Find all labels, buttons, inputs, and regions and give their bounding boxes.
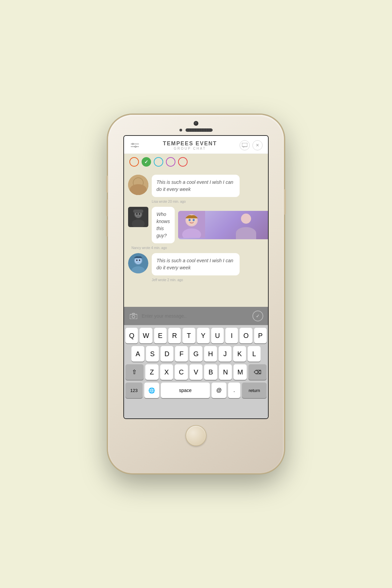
- svg-point-30: [136, 260, 138, 261]
- svg-point-3: [135, 146, 136, 147]
- key-z[interactable]: Z: [145, 364, 158, 380]
- participant-dot-1[interactable]: [129, 157, 139, 167]
- message-text-1: This is such a cool event I wish I can d…: [156, 179, 233, 192]
- message-meta-1: Lisa wrote 20 min. ago: [128, 200, 264, 203]
- message-row-2: Who knows this guy?: [128, 207, 264, 243]
- key-i[interactable]: I: [225, 328, 238, 343]
- key-n[interactable]: N: [219, 364, 232, 380]
- key-r[interactable]: R: [168, 328, 181, 343]
- key-s[interactable]: S: [146, 346, 159, 362]
- key-w[interactable]: W: [140, 328, 152, 343]
- key-a[interactable]: A: [131, 346, 144, 362]
- send-button[interactable]: ✓: [252, 311, 263, 321]
- avatar-right: [178, 211, 268, 239]
- speaker-grille: [186, 128, 213, 132]
- key-t[interactable]: T: [182, 328, 195, 343]
- key-k[interactable]: K: [233, 346, 246, 362]
- participant-dot-5[interactable]: [178, 157, 188, 167]
- participant-dot-2[interactable]: ✓: [142, 157, 151, 167]
- key-q[interactable]: Q: [125, 328, 138, 343]
- key-d[interactable]: D: [161, 346, 173, 362]
- svg-point-9: [131, 188, 145, 195]
- space-key[interactable]: space: [161, 383, 210, 398]
- svg-point-24: [189, 219, 191, 221]
- camera: [194, 121, 198, 126]
- message-bubble-3: This is such a cool event I wish I can d…: [152, 253, 240, 275]
- send-icon: ✓: [256, 313, 260, 319]
- svg-point-12: [139, 181, 140, 183]
- svg-point-0: [132, 143, 133, 145]
- message-input[interactable]: [142, 313, 249, 319]
- delete-key[interactable]: ⌫: [248, 364, 267, 380]
- key-c[interactable]: C: [175, 364, 188, 380]
- key-row-2: A S D F G H J K L: [125, 346, 267, 362]
- key-v[interactable]: V: [190, 364, 203, 380]
- check-icon: ✓: [144, 159, 148, 165]
- chat-button[interactable]: [240, 140, 250, 150]
- message-row-1: This is such a cool event I wish I can d…: [128, 175, 264, 197]
- participant-dot-3[interactable]: [154, 157, 163, 167]
- key-f[interactable]: F: [175, 346, 188, 362]
- message-text-3: This is such a cool event I wish I can d…: [156, 258, 233, 270]
- input-area: ✓: [124, 307, 268, 325]
- app-title: TEMPEES EVENT: [140, 141, 240, 147]
- avatar-jeff: [128, 253, 148, 273]
- key-u[interactable]: U: [211, 328, 224, 343]
- key-h[interactable]: H: [204, 346, 217, 362]
- close-icon: ×: [256, 142, 259, 148]
- key-o[interactable]: O: [240, 328, 252, 343]
- key-y[interactable]: Y: [197, 328, 210, 343]
- svg-rect-32: [130, 314, 137, 319]
- message-meta-3: Jeff wrote 2 min. ago: [128, 278, 264, 282]
- numbers-key[interactable]: 123: [125, 383, 143, 398]
- speaker-area: [179, 128, 213, 132]
- settings-icon[interactable]: [129, 140, 140, 151]
- return-key[interactable]: return: [242, 383, 267, 398]
- svg-point-33: [132, 315, 135, 318]
- key-row-4: 123 🌐 space @ . return: [125, 383, 267, 398]
- key-p[interactable]: P: [254, 328, 267, 343]
- camera-icon[interactable]: [129, 311, 138, 321]
- key-row-3: ⇧ Z X C V B N M ⌫: [125, 364, 267, 380]
- key-e[interactable]: E: [154, 328, 167, 343]
- avatar-lisa: [128, 175, 148, 195]
- header-actions: ×: [240, 140, 263, 150]
- keyboard[interactable]: Q W E R T Y U I O P A S D F G: [124, 325, 268, 418]
- svg-point-18: [139, 213, 140, 215]
- message-row-3: This is such a cool event I wish I can d…: [128, 253, 264, 275]
- svg-rect-7: [128, 175, 148, 195]
- participant-dot-4[interactable]: [166, 157, 175, 167]
- svg-point-11: [136, 181, 138, 183]
- participants-row: ✓: [124, 154, 268, 170]
- screen: TEMPEES EVENT GROUP CHAT ×: [123, 135, 269, 419]
- key-b[interactable]: B: [204, 364, 217, 380]
- key-l[interactable]: L: [248, 346, 261, 362]
- home-button[interactable]: [186, 425, 206, 446]
- globe-key[interactable]: 🌐: [144, 383, 159, 398]
- period-key[interactable]: .: [228, 383, 240, 398]
- shift-key[interactable]: ⇧: [125, 364, 144, 380]
- key-x[interactable]: X: [160, 364, 173, 380]
- at-key[interactable]: @: [212, 383, 226, 398]
- app-header: TEMPEES EVENT GROUP CHAT ×: [124, 136, 268, 154]
- phone-top: [108, 115, 284, 135]
- message-text-2: Who knows this guy?: [156, 212, 170, 238]
- app-subtitle: GROUP CHAT: [140, 147, 240, 150]
- message-meta-2: Nancy wrote 4 min. ago: [128, 246, 264, 250]
- key-g[interactable]: G: [190, 346, 202, 362]
- key-row-1: Q W E R T Y U I O P: [125, 328, 267, 343]
- close-button[interactable]: ×: [252, 140, 263, 150]
- message-bubble-2: Who knows this guy?: [152, 207, 175, 243]
- svg-point-8: [134, 178, 143, 187]
- key-j[interactable]: J: [219, 346, 231, 362]
- key-m[interactable]: M: [234, 364, 247, 380]
- header-title: TEMPEES EVENT GROUP CHAT: [140, 141, 240, 150]
- phone-frame: TEMPEES EVENT GROUP CHAT ×: [108, 115, 284, 473]
- svg-point-31: [139, 260, 140, 261]
- avatar-nancy: [128, 207, 148, 227]
- svg-rect-6: [242, 143, 247, 147]
- phone-bottom: [186, 419, 206, 454]
- chat-area[interactable]: This is such a cool event I wish I can d…: [124, 170, 268, 307]
- message-bubble-1: This is such a cool event I wish I can d…: [152, 175, 240, 197]
- svg-point-25: [193, 219, 195, 221]
